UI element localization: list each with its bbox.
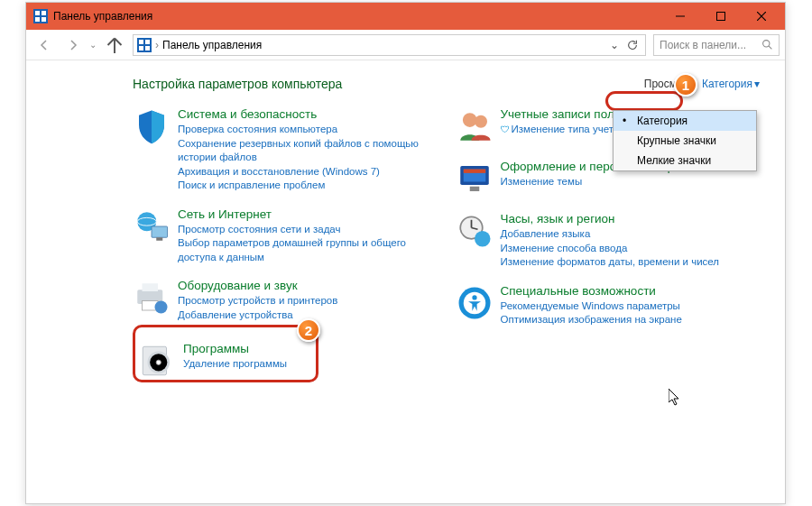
refresh-button[interactable] [623,39,641,51]
address-bar[interactable]: › Панель управления ⌄ [133,34,646,56]
maximize-button[interactable] [700,3,741,30]
menu-item-small-icons[interactable]: Мелкие значки [614,151,756,170]
cat-title[interactable]: Система и безопасность [178,107,438,121]
titlebar: Панель управления [26,3,785,30]
cat-link[interactable]: Изменение форматов даты, времени и чисел [501,255,720,270]
annotation-badge-2: 2 [297,318,320,342]
page-title: Настройка параметров компьютера [133,77,342,91]
cat-link[interactable]: Просмотр состояния сети и задач [178,223,438,237]
cat-link[interactable]: Просмотр устройств и принтеров [178,294,337,308]
menu-item-category[interactable]: Категория [614,111,756,131]
svg-rect-1 [35,11,40,15]
cat-link[interactable]: Выбор параметров домашней группы и общег… [178,236,438,264]
monitor-icon [456,160,494,198]
cat-title[interactable]: Оборудование и звук [178,279,337,292]
svg-line-15 [769,46,771,49]
nav-toolbar: ⌄ › Панель управления ⌄ Поиск в панели..… [26,30,785,60]
svg-rect-3 [35,17,40,22]
control-panel-icon [33,9,48,23]
search-input[interactable]: Поиск в панели... [653,34,780,56]
minimize-button[interactable] [660,3,700,30]
svg-point-14 [763,41,770,47]
cat-network: Сеть и Интернет Просмотр состояния сети … [133,207,438,265]
cat-title[interactable]: Программы [183,342,287,355]
cat-link[interactable]: Архивация и восстановление (Windows 7) [178,165,438,179]
cat-accessibility: Специальные возможности Рекомендуемые Wi… [456,284,761,327]
cat-clock-region: Часы, язык и регион Добавление языка Изм… [456,212,761,270]
control-panel-icon [137,38,152,52]
left-column: Система и безопасность Проверка состояни… [133,107,438,385]
search-icon [761,39,773,51]
svg-rect-4 [42,17,46,22]
forward-button[interactable] [60,32,86,58]
svg-rect-32 [463,170,485,173]
svg-rect-33 [469,187,479,191]
window-title: Панель управления [53,10,660,23]
cat-programs: Программы Удаление программы [133,336,438,385]
cursor-icon [669,389,683,407]
globe-network-icon [133,207,171,245]
view-menu: Категория Крупные значки Мелкие значки [613,110,757,171]
address-dropdown-icon[interactable]: ⌄ [605,39,623,51]
cat-link[interactable]: Рекомендуемые Windows параметры [501,299,682,314]
close-button[interactable] [741,3,781,30]
svg-rect-19 [156,237,162,241]
breadcrumb[interactable]: Панель управления [162,39,605,51]
recent-chevron-icon[interactable]: ⌄ [89,40,97,50]
svg-rect-21 [143,283,159,291]
svg-rect-6 [716,13,724,21]
svg-point-37 [475,231,491,247]
accessibility-icon [456,284,494,322]
back-button[interactable] [32,32,57,58]
up-button[interactable] [104,34,125,56]
cat-link[interactable]: Добавление языка [501,227,720,242]
view-current: Категория [702,78,752,90]
cat-hardware: Оборудование и звук Просмотр устройств и… [133,279,438,322]
svg-point-27 [156,360,161,364]
cat-link[interactable]: Поиск и исправление проблем [178,179,438,193]
svg-rect-13 [145,46,150,51]
breadcrumb-chevron-icon: › [155,39,159,51]
svg-rect-2 [42,11,46,15]
cat-system-security: Система и безопасность Проверка состояни… [133,107,438,193]
cat-link[interactable]: Удаление программы [183,357,287,372]
cat-title[interactable]: Часы, язык и регион [501,212,720,225]
users-icon [456,107,494,145]
svg-point-23 [155,301,168,314]
cat-link[interactable]: Оптимизация изображения на экране [501,313,682,327]
cat-title[interactable]: Специальные возможности [501,284,682,298]
menu-item-large-icons[interactable]: Крупные значки [614,131,756,151]
shield-icon [133,107,171,145]
control-panel-window: Панель управления ⌄ › Панель управления … [25,2,786,504]
svg-rect-18 [152,226,168,237]
svg-rect-10 [139,40,143,44]
cat-link[interactable]: Изменение темы [501,175,683,189]
svg-rect-12 [139,46,143,51]
svg-rect-11 [145,40,150,44]
clock-globe-icon [456,212,494,250]
cat-link[interactable]: Сохранение резервных копий файлов с помо… [178,137,438,165]
annotation-badge-1: 1 [674,73,697,97]
svg-point-29 [475,115,487,128]
cat-link[interactable]: Проверка состояния компьютера [178,123,438,137]
cat-link[interactable]: Изменение способа ввода [501,242,720,256]
search-placeholder: Поиск в панели... [660,39,761,51]
chevron-down-icon: ▾ [754,78,760,90]
disc-box-icon [138,342,176,380]
cat-title[interactable]: Сеть и Интернет [178,207,438,221]
printer-icon [133,279,171,317]
view-dropdown[interactable]: Категория ▾ [702,78,760,90]
